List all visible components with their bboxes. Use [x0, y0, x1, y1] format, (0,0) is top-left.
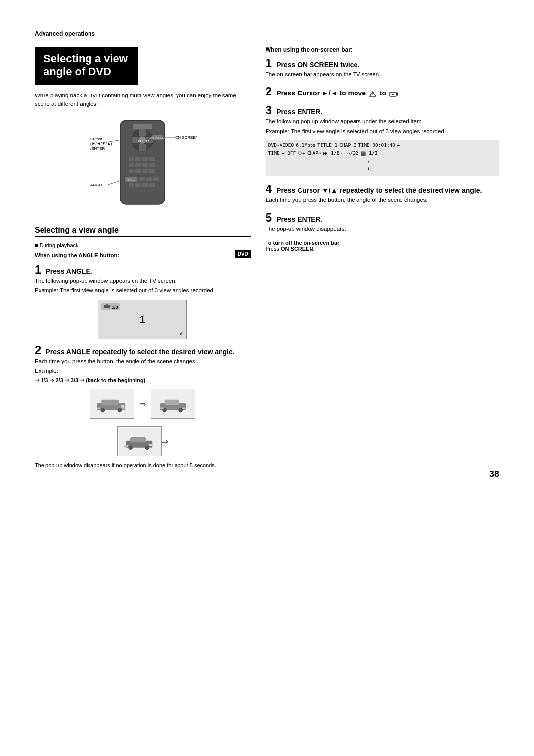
- bar-angle: 🎬 1/3: [360, 149, 378, 157]
- right-step-1-body: The on-screen bar appears on the TV scre…: [266, 70, 499, 79]
- when-angle-label-row: When using the ANGLE button: DVD: [35, 251, 251, 259]
- bar-circle-1: ①+: [298, 149, 305, 157]
- bar-prev: ⏮ 1/8: [323, 149, 340, 157]
- svg-rect-14: [149, 157, 155, 161]
- turn-off-body: Press ON SCREEN.: [266, 246, 499, 252]
- svg-rect-28: [129, 183, 134, 187]
- svg-rect-20: [135, 169, 141, 173]
- car-svg-2: [156, 395, 190, 413]
- main-content: Selecting a view angle of DVD While play…: [35, 47, 499, 474]
- bar-range: ▭ ~/32: [342, 149, 358, 157]
- svg-rect-53: [160, 407, 164, 409]
- svg-rect-3: [139, 129, 146, 136]
- bar-chap-arrow: CHAP➔: [307, 149, 321, 157]
- right-step-3-number: 3: [266, 104, 272, 116]
- svg-point-45: [117, 408, 122, 412]
- right-step-5-header: 5 Press ENTER.: [266, 212, 499, 224]
- turn-off-title: To turn off the on-screen bar: [266, 240, 499, 246]
- right-step-2-number: 2: [266, 86, 272, 97]
- angle-icon: [369, 91, 377, 97]
- right-step-3-header: 3 Press ENTER.: [266, 104, 499, 116]
- svg-rect-27: [153, 177, 159, 181]
- svg-rect-54: [182, 407, 186, 409]
- right-step-4-title: Press Cursor ▼/▲ repeatedly to select th…: [276, 187, 482, 194]
- svg-rect-47: [122, 407, 125, 409]
- bar-row-1: DVD-VIDEO 6.1Mbps TITLE 1 CHAP 3 TIME 00…: [268, 142, 496, 149]
- right-step-3-body: The following pop-up window appears unde…: [266, 117, 499, 126]
- right-step-1-title: Press ON SCREEN twice.: [276, 61, 359, 69]
- svg-rect-29: [135, 183, 141, 187]
- svg-rect-56: [130, 437, 146, 443]
- right-column: When using the on-screen bar: 1 Press ON…: [266, 47, 499, 474]
- step2-to-word: to: [339, 89, 346, 97]
- svg-text:/ENTER: /ENTER: [90, 146, 105, 151]
- step-2-example: Example:: [35, 367, 251, 375]
- svg-text:ANGLE: ANGLE: [127, 178, 136, 181]
- arrow-right-1: ⇒: [139, 399, 146, 409]
- right-step-4-number: 4: [266, 183, 272, 195]
- main-title-box: Selecting a view angle of DVD: [35, 47, 138, 85]
- right-step-4: 4 Press Cursor ▼/▲ repeatedly to select …: [266, 183, 499, 204]
- page-number: 38: [490, 469, 499, 479]
- right-step-1-header: 1 Press ON SCREEN twice.: [266, 57, 499, 69]
- during-playback: During playback: [35, 242, 251, 248]
- dvd-badge: DVD: [235, 250, 251, 258]
- camera-angle-icon: [389, 91, 398, 97]
- bar-title: TITLE 1: [317, 142, 337, 149]
- popup-angle-text: 1/3: [112, 305, 118, 310]
- svg-rect-16: [135, 163, 141, 167]
- right-step-1: 1 Press ON SCREEN twice. The on-screen b…: [266, 57, 499, 79]
- svg-rect-15: [129, 163, 134, 167]
- car-svg-1: [95, 395, 130, 413]
- bar-play-icon: ►: [397, 142, 400, 149]
- step2-to-text: to: [380, 89, 386, 97]
- right-step-4-body: Each time you press the button, the angl…: [266, 196, 499, 204]
- right-step-5-title: Press ENTER.: [276, 215, 322, 223]
- bar-time: TIME 00:01:4D: [358, 142, 395, 149]
- popup-number: 1: [140, 314, 145, 325]
- car-box-3: [117, 426, 162, 456]
- remote-svg: ENTER ON SCREEN: [88, 115, 197, 219]
- left-column: Selecting a view angle of DVD While play…: [35, 47, 251, 474]
- remote-diagram: ENTER ON SCREEN: [88, 115, 197, 221]
- step-2-seq-text: ⇒ 1/3 ⇒ 2/3 ⇒ 3/3 ⇒ (back to the beginni…: [35, 378, 145, 383]
- svg-point-52: [178, 408, 183, 412]
- bar-text-1: DVD-VIDEO: [268, 142, 294, 149]
- svg-marker-41: [106, 304, 108, 305]
- svg-rect-21: [142, 169, 148, 173]
- car-box-1: [90, 389, 134, 419]
- step-2-title: Press ANGLE repeatedly to select the des…: [45, 348, 234, 356]
- intro-text: While playing back a DVD containing mult…: [35, 92, 251, 109]
- svg-rect-30: [142, 183, 148, 187]
- svg-point-57: [128, 445, 133, 450]
- svg-rect-1: [133, 124, 152, 129]
- page: Advanced operations Selecting a view ang…: [0, 0, 534, 504]
- right-step-3: 3 Press ENTER. The following pop-up wind…: [266, 104, 499, 176]
- right-step-4-header: 4 Press Cursor ▼/▲ repeatedly to select …: [266, 183, 499, 195]
- svg-text:ON SCREEN: ON SCREEN: [150, 136, 166, 139]
- svg-rect-43: [101, 400, 119, 405]
- car-svg-3: [122, 433, 157, 450]
- svg-text:ANGLE: ANGLE: [90, 183, 104, 187]
- bar-cursor-marker: └─: [367, 168, 373, 173]
- step-2-sequence: ⇒ 1/3 ⇒ 2/3 ⇒ 3/3 ⇒ (back to the beginni…: [35, 378, 251, 384]
- svg-rect-11: [129, 157, 134, 161]
- svg-rect-26: [146, 177, 152, 181]
- turn-off-section: To turn off the on-screen bar Press ON S…: [266, 240, 499, 252]
- svg-rect-12: [135, 157, 141, 161]
- popup-top-bar: 1/3: [101, 303, 120, 310]
- svg-rect-13: [142, 157, 148, 161]
- section-title-text: Advanced operations: [35, 30, 95, 37]
- arrow-right-2: ⇒: [162, 437, 168, 446]
- svg-text:ENTER: ENTER: [136, 139, 149, 143]
- right-step-2: 2 Press Cursor ►/◄ to move to .: [266, 86, 499, 97]
- right-step-2-header: 2 Press Cursor ►/◄ to move to .: [266, 86, 499, 97]
- svg-point-58: [145, 445, 149, 450]
- step-1-body: The following pop-up window appears on t…: [35, 277, 251, 285]
- bar-row-2: TIME ↩ OFF ①+ CHAP➔ ⏮ 1/8 ▭ ~/32 🎬 1/3: [268, 149, 496, 157]
- right-step-2-title: Press Cursor ►/◄ to move to .: [276, 89, 401, 97]
- svg-rect-46: [97, 407, 100, 409]
- car-box-2: [151, 389, 195, 419]
- left-section-title: Selecting a view angle: [35, 226, 251, 237]
- camera-icon: [103, 304, 110, 309]
